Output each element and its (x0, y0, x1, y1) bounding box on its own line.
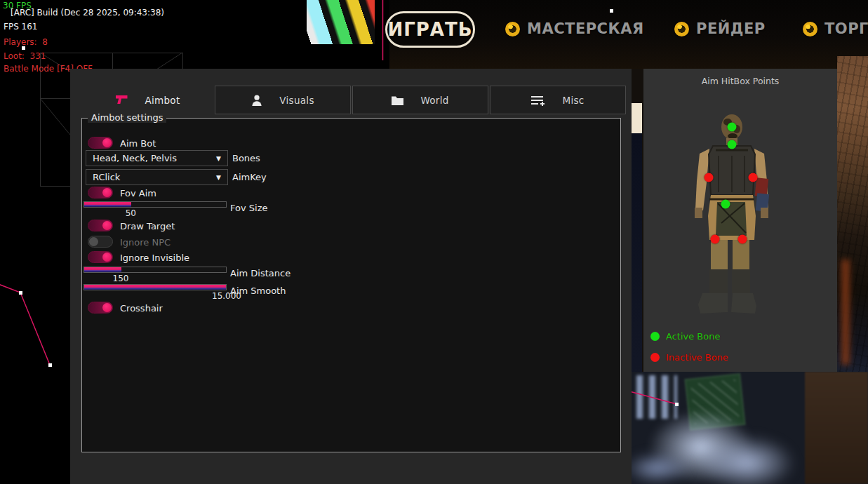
coin-icon (803, 22, 817, 36)
slider-fill (84, 285, 226, 290)
fov-aim-label: Fov Aim (120, 188, 156, 199)
tab-misc[interactable]: Misc (490, 86, 626, 114)
bone-point-left-knee[interactable] (711, 235, 720, 244)
aim-distance-value: 150 (113, 274, 129, 283)
toggle-knob (102, 253, 112, 262)
play-button[interactable]: ИГРАТЬ (385, 11, 475, 48)
fov-size-slider[interactable]: 50 (84, 201, 227, 220)
toggle-knob (102, 221, 112, 230)
nav-item-raider[interactable]: РЕЙДЕР (674, 20, 766, 37)
legend-inactive-bone: Inactive Bone (650, 352, 728, 363)
bone-point-right-arm[interactable] (749, 173, 758, 182)
tab-label: Aimbot (145, 95, 180, 106)
active-bone-dot-icon (650, 332, 660, 341)
aim-smooth-slider[interactable]: 15.000 (84, 284, 227, 302)
draw-target-toggle[interactable] (88, 220, 113, 231)
hitbox-panel-title: Aim HitBox Points (643, 76, 837, 86)
bone-point-pelvis[interactable] (721, 200, 730, 209)
legend-active-bone: Active Bone (650, 331, 720, 342)
aimbot-settings-group: Aimbot settings Aim Bot Head, Neck, Pelv… (81, 118, 621, 452)
hud-build-info: [ARC] Build (Dec 28 2025, 09:43:38) (11, 8, 164, 18)
list-add-icon (531, 95, 545, 106)
slider-fill (84, 267, 121, 272)
screen: { "hud": { "fps_counter": "30 FPS", "bui… (0, 0, 868, 484)
inactive-bone-dot-icon (650, 353, 660, 362)
aim-bot-label: Aim Bot (120, 138, 156, 149)
hud-loot: Loot: 331 (4, 51, 46, 61)
menu-rainbow-art (307, 0, 375, 44)
tab-label: World (420, 95, 448, 106)
bones-label: Bones (232, 153, 260, 163)
crosshair-label: Crosshair (120, 303, 163, 314)
aim-smooth-label: Aim Smooth (230, 285, 286, 296)
crosshair-toggle[interactable] (88, 302, 113, 314)
rainbow-stripes (307, 0, 375, 44)
ignore-npc-toggle[interactable] (88, 236, 113, 248)
aimkey-label: AimKey (232, 172, 267, 182)
nav-item-label: МАСТЕРСКАЯ (527, 20, 644, 37)
toggle-knob (102, 188, 112, 197)
toggle-knob (102, 138, 112, 147)
chevron-down-icon: ▼ (216, 174, 221, 181)
bone-point-head[interactable] (728, 123, 737, 132)
nav-item-trade[interactable]: ТОРГО (803, 20, 868, 37)
tab-aimbot[interactable]: Aimbot (81, 86, 215, 114)
slider-fill (84, 202, 131, 207)
tab-label: Visuals (279, 95, 314, 106)
fov-size-label: Fov Size (230, 203, 267, 213)
slider-track[interactable] (84, 284, 227, 290)
bone-point-left-arm[interactable] (705, 173, 714, 182)
nav-item-label: РЕЙДЕР (696, 20, 766, 37)
hud-fps: FPS 161 (4, 22, 37, 32)
group-title: Aimbot settings (88, 112, 166, 123)
ignore-npc-label: Ignore NPC (120, 237, 171, 248)
tab-world[interactable]: World (352, 86, 488, 114)
fov-size-value: 50 (126, 208, 136, 218)
legend-label: Inactive Bone (666, 352, 728, 363)
bones-dropdown-value: Head, Neck, Pelvis (93, 153, 177, 163)
person-icon (251, 95, 262, 106)
hitbox-panel: Aim HitBox Points (643, 69, 837, 372)
tab-label: Misc (562, 95, 584, 106)
bone-point-right-knee[interactable] (738, 235, 747, 244)
bone-point-neck[interactable] (728, 140, 737, 149)
gun-icon (116, 95, 128, 105)
coin-icon (505, 22, 520, 36)
folder-icon (392, 95, 403, 105)
fov-aim-toggle[interactable] (88, 187, 113, 199)
slider-track[interactable] (84, 267, 227, 273)
slider-track[interactable] (84, 201, 227, 208)
cheat-menu-panel: Aimbot Visuals World Misc Aimbot setting… (70, 69, 632, 484)
aim-distance-label: Aim Distance (230, 268, 291, 278)
draw-target-label: Draw Target (120, 221, 175, 231)
aimkey-dropdown-value: RClick (93, 172, 120, 182)
nav-item-workshop[interactable]: МАСТЕРСКАЯ (505, 20, 644, 37)
ignore-invisible-label: Ignore Invisible (120, 253, 189, 263)
aim-bot-toggle[interactable] (88, 137, 113, 149)
bones-dropdown[interactable]: Head, Neck, Pelvis ▼ (86, 150, 228, 166)
coin-icon (674, 22, 689, 36)
toggle-knob (102, 303, 112, 312)
toggle-knob (89, 237, 98, 246)
aim-distance-slider[interactable]: 150 (84, 267, 227, 285)
tab-visuals[interactable]: Visuals (215, 86, 351, 114)
legend-label: Active Bone (666, 331, 720, 342)
hud-players: Players: 8 (4, 37, 48, 47)
nav-item-label: ТОРГО (824, 20, 868, 37)
chevron-down-icon: ▼ (216, 155, 221, 162)
aimkey-dropdown[interactable]: RClick ▼ (86, 169, 228, 185)
ignore-invisible-toggle[interactable] (88, 251, 113, 263)
